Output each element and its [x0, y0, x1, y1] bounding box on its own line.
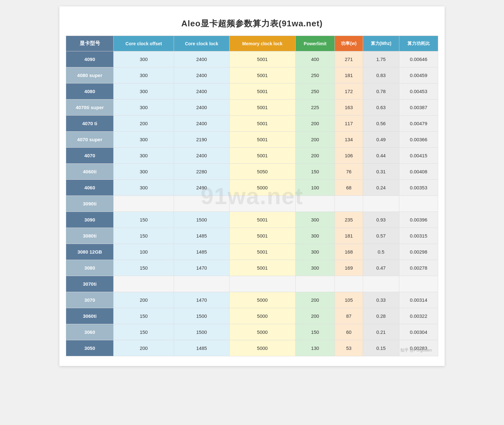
data-cell: 0.93 — [363, 212, 399, 228]
data-cell: 0.57 — [363, 228, 399, 244]
data-cell — [295, 196, 335, 212]
gpu-name-cell: 4090 — [66, 51, 114, 67]
data-cell: 5001 — [229, 83, 295, 100]
data-cell: 5001 — [229, 228, 295, 244]
data-cell: 200 — [295, 148, 335, 164]
data-cell: 76 — [335, 164, 363, 180]
gpu-name-cell: 3060ti — [66, 308, 114, 324]
data-cell: 1485 — [174, 244, 230, 260]
gpu-name-cell: 3090ti — [66, 196, 114, 212]
data-cell: 106 — [335, 148, 363, 164]
data-cell: 172 — [335, 83, 363, 100]
table-row: 3070200147050002001050.330.00314 — [66, 292, 438, 308]
gpu-name-cell: 3070 — [66, 292, 114, 308]
data-cell: 5000 — [229, 308, 295, 324]
data-cell: 181 — [335, 67, 363, 83]
data-cell: 0.00322 — [399, 308, 438, 324]
data-cell: 2400 — [174, 100, 230, 116]
table-row: 305020014855000130530.150.00283 — [66, 340, 438, 356]
data-cell: 300 — [114, 180, 174, 196]
gpu-name-cell: 3090 — [66, 212, 114, 228]
data-cell: 200 — [114, 292, 174, 308]
table-row: 4090300240050014002711.750.00646 — [66, 51, 438, 67]
data-cell: 1500 — [174, 324, 230, 340]
data-cell: 5001 — [229, 51, 295, 67]
table-row: 3080ti150148550013001810.570.00315 — [66, 228, 438, 244]
data-cell: 200 — [114, 116, 174, 132]
data-cell: 5000 — [229, 180, 295, 196]
header-ratio: 算力功耗比 — [399, 36, 438, 51]
data-cell: 300 — [114, 148, 174, 164]
table-row: 306015015005000150600.210.00304 — [66, 324, 438, 340]
data-cell — [335, 276, 363, 292]
main-container: Aleo显卡超频参数算力表(91wa.net) 91wa.net 显卡型号 Co… — [59, 6, 445, 366]
data-cell: 5001 — [229, 132, 295, 148]
data-cell: 2190 — [174, 132, 230, 148]
data-cell: 200 — [295, 308, 335, 324]
data-cell: 225 — [295, 100, 335, 116]
data-cell: 300 — [295, 244, 335, 260]
data-cell: 0.00304 — [399, 324, 438, 340]
header-core-offset: Core clock offset — [114, 36, 174, 51]
data-cell: 1.75 — [363, 51, 399, 67]
data-cell: 200 — [295, 116, 335, 132]
table-wrapper: 91wa.net 显卡型号 Core clock offset Core clo… — [66, 36, 438, 356]
data-cell — [229, 276, 295, 292]
page-title: Aleo显卡超频参数算力表(91wa.net) — [66, 13, 438, 36]
data-cell: 2400 — [174, 148, 230, 164]
data-cell: 0.47 — [363, 260, 399, 276]
data-cell: 5001 — [229, 67, 295, 83]
table-row: 4070ti super300240050012251630.630.00387 — [66, 100, 438, 116]
data-cell: 0.00278 — [399, 260, 438, 276]
gpu-name-cell: 4060 — [66, 180, 114, 196]
data-cell: 0.28 — [363, 308, 399, 324]
data-cell: 5001 — [229, 244, 295, 260]
table-row: 3060ti15015005000200870.280.00322 — [66, 308, 438, 324]
data-cell: 0.00353 — [399, 180, 438, 196]
data-cell: 250 — [295, 67, 335, 83]
data-cell: 0.00366 — [399, 132, 438, 148]
data-cell: 2400 — [174, 67, 230, 83]
data-cell: 300 — [295, 228, 335, 244]
data-cell: 300 — [114, 132, 174, 148]
data-cell: 1485 — [174, 228, 230, 244]
data-cell: 2400 — [174, 83, 230, 100]
data-cell: 5001 — [229, 116, 295, 132]
data-cell: 0.00314 — [399, 292, 438, 308]
table-row: 4060ti30022805050150760.310.00408 — [66, 164, 438, 180]
data-cell: 0.00396 — [399, 212, 438, 228]
data-cell: 0.15 — [363, 340, 399, 356]
data-cell: 0.00408 — [399, 164, 438, 180]
data-cell: 0.00479 — [399, 116, 438, 132]
header-row: 显卡型号 Core clock offset Core clock lock M… — [66, 36, 438, 51]
data-cell: 150 — [295, 164, 335, 180]
data-cell: 0.00415 — [399, 148, 438, 164]
data-cell: 0.00453 — [399, 83, 438, 100]
table-row: 406030024905000100680.240.00353 — [66, 180, 438, 196]
table-row: 4070 ti200240050012001170.560.00479 — [66, 116, 438, 132]
header-core-lock: Core clock lock — [174, 36, 230, 51]
table-row: 4080 super300240050012501810.830.00459 — [66, 67, 438, 83]
data-cell: 1470 — [174, 292, 230, 308]
data-cell: 1470 — [174, 260, 230, 276]
header-mem-lock: Memory clock lock — [229, 36, 295, 51]
gpu-name-cell: 3080 — [66, 260, 114, 276]
data-cell: 5001 — [229, 260, 295, 276]
table-body: 4090300240050014002711.750.006464080 sup… — [66, 51, 438, 356]
data-cell: 181 — [335, 228, 363, 244]
data-cell — [399, 196, 438, 212]
data-cell — [335, 196, 363, 212]
data-cell: 2280 — [174, 164, 230, 180]
data-cell: 134 — [335, 132, 363, 148]
data-cell: 150 — [114, 324, 174, 340]
data-cell: 200 — [295, 132, 335, 148]
data-cell: 300 — [114, 51, 174, 67]
data-cell: 0.24 — [363, 180, 399, 196]
data-cell: 2400 — [174, 51, 230, 67]
data-cell: 0.31 — [363, 164, 399, 180]
data-cell: 0.00298 — [399, 244, 438, 260]
gpu-name-cell: 4070 — [66, 148, 114, 164]
header-powerlimit: Powerlimit — [295, 36, 335, 51]
data-cell: 200 — [295, 292, 335, 308]
gpu-name-cell: 3060 — [66, 324, 114, 340]
